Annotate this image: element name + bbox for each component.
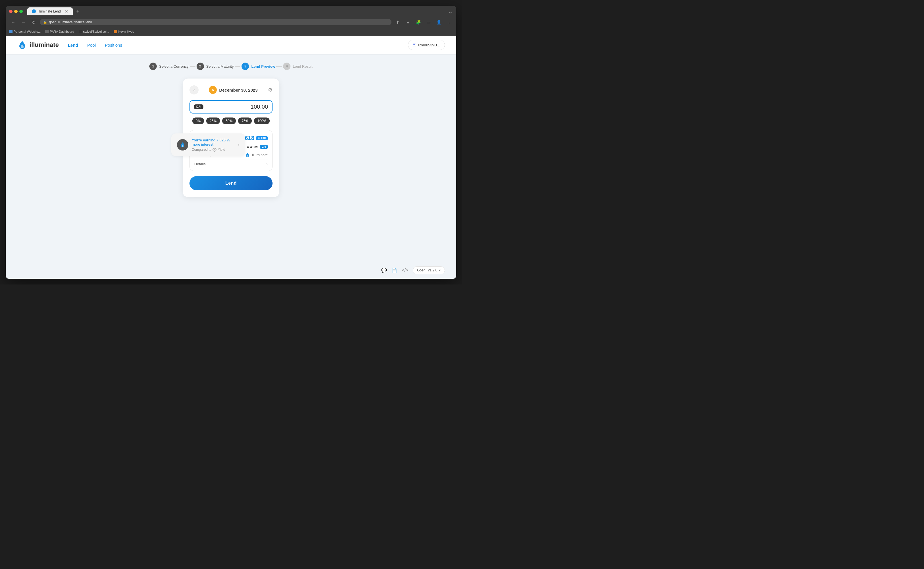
discord-icon[interactable]: 💬	[381, 268, 387, 273]
traffic-lights	[9, 10, 23, 13]
tab-bar: Illuminate Lend ✕ +	[27, 8, 446, 16]
bookmark-favicon	[45, 30, 49, 33]
docs-icon[interactable]: 📄	[391, 268, 397, 273]
nav-positions-link[interactable]: Positions	[105, 43, 122, 47]
profile-button[interactable]: 👤	[435, 18, 443, 26]
apr-badge: % APR	[256, 136, 268, 140]
interest-card-chevron-right-icon[interactable]: ›	[238, 142, 240, 148]
nav-pool-link[interactable]: Pool	[87, 43, 96, 47]
logo-flame-icon	[17, 40, 27, 50]
header-left: illuminate Lend Pool Positions	[17, 40, 122, 50]
app-content: illuminate Lend Pool Positions Ξ 0xed853…	[6, 36, 456, 279]
pct-0-button[interactable]: 0%	[192, 117, 204, 124]
bookmark-personal-website[interactable]: Personal Website...	[9, 30, 41, 33]
browser-window: Illuminate Lend ✕ + ⌄ ← → ↻ 🔒 goerli.ill…	[6, 6, 456, 279]
compared-source: Yield	[217, 148, 225, 152]
tab-favicon	[32, 9, 36, 14]
more-button[interactable]: ⋮	[445, 18, 453, 26]
amount-value: 100.00	[251, 103, 268, 110]
compared-text: Compared to Yield	[192, 148, 235, 152]
browser-tab-active[interactable]: Illuminate Lend ✕	[27, 8, 73, 15]
main-nav: Lend Pool Positions	[68, 43, 122, 47]
wallet-address: 0xed8539D...	[418, 43, 440, 47]
address-bar[interactable]: 🔒 goerli.illuminate.finance/lend	[40, 19, 391, 25]
nav-lend-link[interactable]: Lend	[68, 43, 78, 47]
interest-card-flame-icon	[177, 139, 188, 151]
pct-50-button[interactable]: 50%	[222, 117, 236, 124]
close-window-button[interactable]	[9, 10, 12, 13]
bookmark-favicon	[9, 30, 12, 33]
tab-title: Illuminate Lend	[38, 9, 61, 14]
pct-100-button[interactable]: 100%	[254, 117, 270, 124]
app-footer: 💬 📄 </> Goerli v1.2.0 ▾	[381, 266, 445, 274]
main-content: 1 Select a Currency 2 Select a Maturity …	[6, 54, 456, 206]
step-divider-3	[276, 66, 282, 67]
bookmark-label: Personal Website...	[14, 30, 41, 33]
yield-value: 4.4135 DAI	[247, 145, 268, 149]
step-3-number: 3	[242, 62, 249, 70]
bookmarks-bar: Personal Website... PARA Dashboard swive…	[6, 27, 456, 36]
back-icon: ‹	[193, 87, 195, 93]
wallet-button[interactable]: Ξ 0xed8539D...	[408, 40, 445, 50]
step-1: 1 Select a Currency	[149, 62, 188, 70]
bookmark-label: PARA Dashboard	[50, 30, 74, 33]
illuminate-mini-logo-icon	[245, 152, 250, 157]
card-header: ‹ $ December 30, 2023 ⚙	[190, 85, 272, 94]
step-2-number: 2	[197, 62, 204, 70]
amount-input-container[interactable]: DAI 100.00	[190, 100, 272, 114]
bookmark-favicon	[114, 30, 117, 33]
bookmark-para-dashboard[interactable]: PARA Dashboard	[45, 30, 74, 33]
interest-comparison-card: You're earning 7.625 % more interest! Co…	[171, 134, 245, 156]
step-4-number: 4	[283, 62, 290, 70]
network-name: Goerli	[417, 268, 426, 272]
url-text: goerli.illuminate.finance/lend	[49, 20, 92, 24]
back-button[interactable]: ←	[9, 18, 17, 26]
compared-label: Compared to	[192, 148, 211, 152]
step-4-label: Lend Result	[293, 64, 312, 68]
details-chevron-right-icon: ›	[266, 161, 268, 166]
lend-button[interactable]: Lend	[190, 176, 272, 190]
card-area: ‹ $ December 30, 2023 ⚙	[182, 79, 280, 197]
bookmark-swivel[interactable]: swivel/Swivel.sol...	[79, 30, 109, 33]
interest-title: You're earning 7.625 % more interest!	[192, 138, 235, 146]
card-back-button[interactable]: ‹	[190, 85, 199, 94]
code-icon[interactable]: </>	[402, 268, 408, 273]
pct-buttons: 0% 25% 50% 75% 100%	[190, 117, 272, 124]
steps-bar: 1 Select a Currency 2 Select a Maturity …	[149, 62, 312, 70]
bookmark-button[interactable]: ★	[404, 18, 412, 26]
step-1-label: Select a Currency	[159, 64, 188, 68]
share-button[interactable]: ⬆	[394, 18, 402, 26]
details-row[interactable]: Details ›	[194, 160, 268, 166]
step-divider-2	[235, 66, 240, 67]
eth-icon: Ξ	[413, 43, 416, 47]
dai-coin-icon: $	[209, 86, 217, 94]
network-badge[interactable]: Goerli v1.2.0 ▾	[413, 266, 445, 274]
browser-menu-icon[interactable]: ⌄	[448, 8, 453, 15]
yield-source-icon	[213, 148, 216, 152]
pct-75-button[interactable]: 75%	[238, 117, 252, 124]
bookmark-kevin-hyde[interactable]: Kevin Hyde	[114, 30, 134, 33]
step-3: 3 Lend Preview	[242, 62, 275, 70]
pct-25-button[interactable]: 25%	[206, 117, 220, 124]
forward-button[interactable]: →	[19, 18, 27, 26]
step-3-label: Lend Preview	[251, 64, 275, 68]
settings-button[interactable]: ⚙	[268, 87, 272, 93]
maximize-window-button[interactable]	[19, 10, 23, 13]
interest-text-area: You're earning 7.625 % more interest! Co…	[192, 138, 235, 152]
reload-button[interactable]: ↻	[30, 18, 38, 26]
version-text: v1.2.0	[428, 268, 437, 272]
logo-text: illuminate	[30, 41, 59, 49]
browser-titlebar: Illuminate Lend ✕ + ⌄	[6, 6, 456, 17]
extensions-button[interactable]: 🧩	[414, 18, 422, 26]
sidebar-button[interactable]: ▭	[424, 18, 432, 26]
step-4: 4 Lend Result	[283, 62, 312, 70]
app-header: illuminate Lend Pool Positions Ξ 0xed853…	[6, 36, 456, 54]
minimize-window-button[interactable]	[14, 10, 18, 13]
date-text: December 30, 2023	[219, 88, 257, 93]
step-divider-1	[190, 66, 195, 67]
bookmark-favicon	[79, 30, 82, 33]
new-tab-button[interactable]: +	[74, 8, 82, 16]
dai-tag: DAI	[260, 145, 268, 149]
network-dropdown-icon: ▾	[439, 268, 441, 272]
tab-close-button[interactable]: ✕	[65, 9, 68, 14]
